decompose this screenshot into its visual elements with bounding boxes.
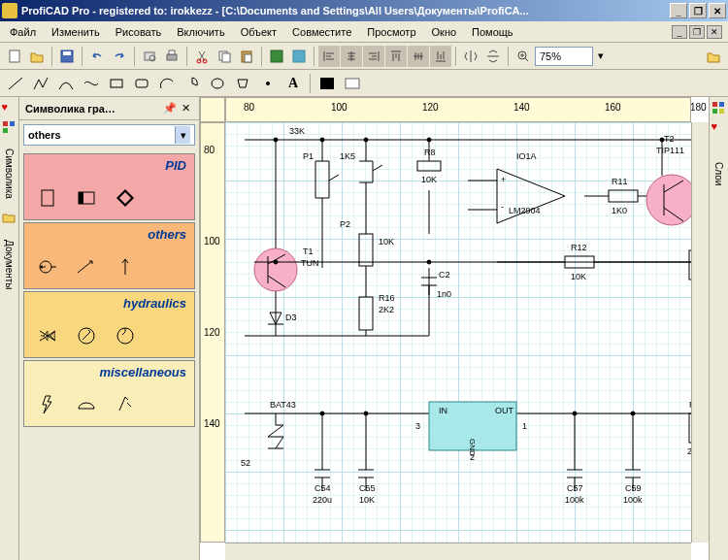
- point-tool[interactable]: [256, 73, 280, 94]
- svg-rect-10: [222, 53, 230, 62]
- hyd-symbol-3[interactable]: [112, 322, 139, 349]
- menu-align[interactable]: Совместите: [284, 24, 359, 40]
- doc-close-button[interactable]: ✕: [707, 25, 722, 39]
- label-c57v: 100k: [565, 495, 584, 505]
- misc-symbol-3[interactable]: [112, 391, 139, 418]
- pid-symbol-1[interactable]: [34, 184, 61, 212]
- paste-button[interactable]: [236, 46, 257, 67]
- category-hydraulics[interactable]: hydraulics: [23, 291, 195, 358]
- arc-tool[interactable]: [155, 73, 179, 94]
- rect-tool[interactable]: [105, 73, 128, 94]
- svg-point-52: [631, 412, 635, 415]
- scrollbar-vertical[interactable]: [691, 122, 709, 543]
- roundrect-tool[interactable]: [130, 73, 153, 94]
- others-symbol-2[interactable]: [73, 253, 100, 280]
- folder-tab-icon[interactable]: [2, 212, 17, 227]
- scrollbar-horizontal[interactable]: [225, 543, 691, 560]
- align-right-button[interactable]: [363, 46, 384, 67]
- svg-rect-56: [719, 109, 724, 114]
- tab-documents[interactable]: Документы: [1, 231, 18, 299]
- svg-point-42: [274, 138, 278, 142]
- menu-help[interactable]: Помощь: [464, 24, 521, 40]
- svg-point-50: [364, 412, 368, 415]
- hyd-symbol-2[interactable]: [73, 322, 100, 349]
- pin-icon[interactable]: 📌: [162, 101, 178, 116]
- image1-button[interactable]: [266, 46, 287, 67]
- blocks-icon[interactable]: [2, 120, 17, 136]
- print-button[interactable]: [161, 46, 182, 67]
- heart-icon-right[interactable]: ♥: [711, 120, 727, 136]
- heart-icon[interactable]: ♥: [2, 101, 17, 116]
- zoom-dropdown-button[interactable]: ▾: [594, 46, 608, 67]
- menu-edit[interactable]: Изменить: [44, 24, 108, 40]
- chevron-down-icon[interactable]: ▾: [175, 126, 190, 144]
- category-dropdown[interactable]: others ▾: [23, 124, 195, 146]
- pid-symbol-2[interactable]: [73, 184, 100, 212]
- line-tool[interactable]: [4, 73, 27, 94]
- image2-button[interactable]: [288, 46, 310, 67]
- fill-button[interactable]: [341, 73, 364, 94]
- polyline-tool[interactable]: [29, 73, 52, 94]
- menu-file[interactable]: Файл: [2, 24, 44, 40]
- menu-object[interactable]: Объект: [233, 24, 284, 40]
- svg-rect-33: [609, 190, 638, 202]
- drawing-canvas[interactable]: 33K P1 1K5 R8 10K IO1A LM2904 + - R11 1K…: [225, 122, 691, 543]
- zoom-button[interactable]: [513, 46, 534, 67]
- layers-icon[interactable]: [711, 101, 727, 116]
- bezier-tool[interactable]: [80, 73, 103, 94]
- label-r12v: 10K: [571, 272, 586, 281]
- hyd-symbol-1[interactable]: [34, 322, 61, 349]
- label-p2: P2: [340, 219, 350, 229]
- maximize-button[interactable]: ❐: [689, 3, 707, 18]
- label-33k: 33K: [289, 126, 305, 136]
- flip-v-button[interactable]: [482, 46, 504, 67]
- menu-include[interactable]: Включить: [169, 24, 232, 40]
- menu-view[interactable]: Просмотр: [359, 24, 423, 40]
- cut-button[interactable]: [191, 46, 213, 67]
- align-left-button[interactable]: [318, 46, 340, 67]
- dropdown-value: others: [28, 129, 175, 141]
- zoom-input[interactable]: 75%: [535, 47, 593, 66]
- tab-symbols[interactable]: Символика: [1, 140, 18, 208]
- copy-button[interactable]: [214, 46, 235, 67]
- undo-button[interactable]: [86, 46, 108, 67]
- panel-close-icon[interactable]: ✕: [178, 101, 193, 116]
- open-button[interactable]: [26, 46, 48, 67]
- label-out: OUT: [495, 406, 513, 415]
- align-top-button[interactable]: [385, 46, 407, 67]
- svg-point-44: [364, 138, 368, 142]
- close-button[interactable]: ✕: [709, 3, 726, 18]
- print-preview-button[interactable]: [139, 46, 160, 67]
- ruler-horizontal[interactable]: 80 100 120 140 160 180: [225, 97, 691, 122]
- save-button[interactable]: [56, 46, 78, 67]
- doc-minimize-button[interactable]: _: [672, 25, 687, 39]
- align-bottom-button[interactable]: [430, 46, 451, 67]
- flip-h-button[interactable]: [460, 46, 481, 67]
- new-button[interactable]: [4, 46, 25, 67]
- category-others[interactable]: others: [23, 222, 195, 289]
- tab-layers[interactable]: Слои: [711, 140, 728, 208]
- align-center-h-button[interactable]: [341, 46, 362, 67]
- text-tool[interactable]: A: [281, 73, 305, 94]
- redo-button[interactable]: [109, 46, 130, 67]
- pid-symbol-3[interactable]: [112, 184, 139, 212]
- color-button[interactable]: [315, 73, 339, 94]
- misc-symbol-2[interactable]: [73, 391, 100, 418]
- category-pid[interactable]: PID: [23, 153, 195, 220]
- others-symbol-1[interactable]: [34, 253, 61, 280]
- pie-tool[interactable]: [181, 73, 204, 94]
- curve-tool[interactable]: [54, 73, 78, 94]
- polygon-tool[interactable]: [231, 73, 254, 94]
- folder-button[interactable]: [703, 46, 724, 67]
- menu-draw[interactable]: Рисовать: [108, 24, 170, 40]
- category-label: miscellaneous: [24, 361, 194, 383]
- align-center-v-button[interactable]: [408, 46, 429, 67]
- ruler-vertical[interactable]: 80 100 120 140: [200, 122, 225, 543]
- menu-window[interactable]: Окно: [424, 24, 465, 40]
- others-symbol-3[interactable]: [112, 253, 139, 280]
- ellipse-tool[interactable]: [206, 73, 229, 94]
- misc-symbol-1[interactable]: [34, 391, 61, 418]
- minimize-button[interactable]: _: [670, 3, 687, 18]
- category-misc[interactable]: miscellaneous: [23, 360, 195, 427]
- doc-restore-button[interactable]: ❐: [689, 25, 705, 39]
